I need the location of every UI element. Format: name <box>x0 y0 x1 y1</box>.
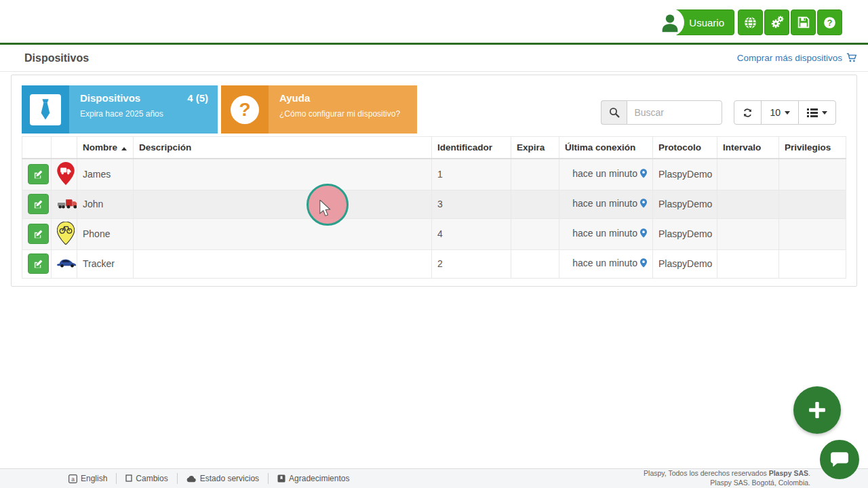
language-icon: a <box>68 474 77 483</box>
list-columns-icon <box>807 108 818 117</box>
footer-link-label: English <box>81 474 107 483</box>
device-expires <box>511 218 559 249</box>
edit-device-button[interactable] <box>28 224 49 244</box>
help-button[interactable]: ? <box>817 9 842 35</box>
cursor-icon <box>317 200 334 218</box>
location-pin-icon[interactable] <box>640 169 647 180</box>
page-title: Dispositivos <box>24 52 89 64</box>
yellow-pin-bicycle-icon <box>57 222 75 245</box>
location-pin-icon[interactable] <box>640 258 647 270</box>
chat-bubble-icon <box>830 451 849 468</box>
device-expires <box>511 190 559 218</box>
plus-icon <box>806 399 828 421</box>
copyright-line2: Plaspy SAS. Bogotá, Colombia. <box>644 479 810 488</box>
device-name: John <box>77 190 134 218</box>
footer: a English Cambios Estado servicios Agrad… <box>0 468 868 488</box>
devices-card-title: Dispositivos <box>80 92 140 104</box>
columns-dropdown[interactable] <box>798 100 836 125</box>
click-indicator <box>307 184 349 226</box>
page-head: Dispositivos Comprar más dispositivos <box>0 45 868 72</box>
save-button[interactable] <box>791 9 816 35</box>
person-icon <box>658 11 682 34</box>
device-privileges <box>779 218 846 249</box>
header-descripcion[interactable]: Descripción <box>134 137 432 159</box>
device-row-john[interactable]: John 3 hace un minuto PlaspyDemo <box>22 190 846 218</box>
device-last-connection: hace un minuto <box>572 258 637 268</box>
edit-device-button[interactable] <box>28 253 49 274</box>
device-row-tracker[interactable]: Tracker 2 hace un minuto PlaspyDemo <box>22 249 846 278</box>
user-avatar[interactable] <box>656 8 684 37</box>
blue-car-icon <box>57 258 77 268</box>
device-row-james[interactable]: James 1 hace un minuto PlaspyDemo <box>22 159 846 190</box>
footer-link-acknowledgements[interactable]: Agradecimientos <box>269 473 358 484</box>
help-card-title: Ayuda <box>279 92 310 104</box>
globe-button[interactable] <box>738 9 763 35</box>
location-pin-icon[interactable] <box>640 199 647 210</box>
buy-more-devices-label: Comprar más dispositivos <box>737 53 842 63</box>
edit-icon <box>33 259 43 269</box>
devices-summary-card[interactable]: Dispositivos 4 (5) Expira hace 2025 años <box>22 85 218 134</box>
search-input[interactable] <box>627 100 722 125</box>
devices-card-count: 4 (5) <box>187 92 208 104</box>
help-card-body: Ayuda ¿Cómo configurar mi dispositivo? <box>269 85 417 134</box>
footer-link-language[interactable]: a English <box>60 473 117 484</box>
header-ultima-conexion[interactable]: Última conexión <box>559 137 653 159</box>
buy-more-devices-link[interactable]: Comprar más dispositivos <box>737 53 857 63</box>
page-size-dropdown[interactable]: 10 <box>761 100 799 125</box>
header-nombre[interactable]: Nombre <box>77 137 134 159</box>
table-header-row: Nombre Descripción Identificador Expira … <box>22 137 846 159</box>
device-row-phone[interactable]: Phone 4 hace un minuto PlaspyDemo <box>22 218 846 249</box>
top-bar: Usuario <box>0 0 868 45</box>
page-size-value: 10 <box>770 107 781 118</box>
refresh-icon <box>743 108 753 118</box>
device-identifier: 3 <box>432 190 511 218</box>
footer-link-label: Agradecimientos <box>289 474 349 483</box>
device-protocol: PlaspyDemo <box>653 159 717 190</box>
book-icon <box>277 474 285 483</box>
device-last-connection: hace un minuto <box>572 198 637 209</box>
header-intervalo[interactable]: Intervalo <box>717 137 779 159</box>
devices-card-subtitle: Expira hace 2025 años <box>80 109 208 119</box>
help-card[interactable]: ? Ayuda ¿Cómo configurar mi dispositivo? <box>221 85 417 134</box>
chat-button[interactable] <box>820 440 859 479</box>
device-identifier: 1 <box>432 159 511 190</box>
header-expira[interactable]: Expira <box>511 137 559 159</box>
device-description <box>134 159 432 190</box>
tie-box <box>30 94 61 125</box>
edit-device-button[interactable] <box>28 164 49 184</box>
save-icon <box>797 16 810 28</box>
devices-panel: Dispositivos 4 (5) Expira hace 2025 años… <box>11 75 857 287</box>
settings-button[interactable] <box>764 9 789 35</box>
gears-icon <box>770 16 784 29</box>
svg-text:?: ? <box>827 18 833 27</box>
question-icon: ? <box>231 96 259 124</box>
flag-icon <box>125 474 132 483</box>
device-description <box>134 190 432 218</box>
footer-link-service-status[interactable]: Estado servicios <box>178 473 269 484</box>
device-name: Phone <box>77 218 134 249</box>
device-interval <box>717 159 779 190</box>
header-protocolo[interactable]: Protocolo <box>653 137 717 159</box>
device-privileges <box>779 249 846 278</box>
device-interval <box>717 190 779 218</box>
footer-link-changes[interactable]: Cambios <box>117 473 177 484</box>
device-expires <box>511 159 559 190</box>
add-device-button[interactable] <box>793 386 841 434</box>
shopping-cart-icon <box>846 53 857 63</box>
device-privileges <box>779 159 846 190</box>
devices-card-body: Dispositivos 4 (5) Expira hace 2025 años <box>69 85 218 134</box>
device-privileges <box>779 190 846 218</box>
header-identificador[interactable]: Identificador <box>432 137 511 159</box>
location-pin-icon[interactable] <box>640 228 647 240</box>
device-protocol: PlaspyDemo <box>653 249 717 278</box>
header-privilegios[interactable]: Privilegios <box>779 137 846 159</box>
refresh-button[interactable] <box>734 100 762 125</box>
edit-device-button[interactable] <box>28 194 49 214</box>
device-protocol: PlaspyDemo <box>653 190 717 218</box>
tie-icon <box>35 98 56 121</box>
search-addon <box>601 100 627 125</box>
user-label: Usuario <box>689 17 724 28</box>
device-name: James <box>77 159 134 190</box>
footer-link-label: Cambios <box>136 474 167 483</box>
devices-card-icon-area <box>22 85 69 134</box>
